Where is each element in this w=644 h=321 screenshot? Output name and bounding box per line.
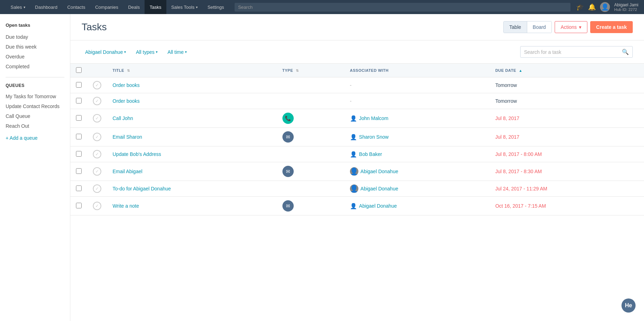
row-select-checkbox[interactable] [76,151,82,157]
task-title-link[interactable]: Call John [113,115,133,121]
complete-check-cell[interactable]: ✓ [87,109,107,128]
task-title-cell: Call John [107,109,277,128]
task-title-link[interactable]: Update Bob's Address [113,151,161,157]
task-complete-button[interactable]: ✓ [93,167,101,176]
row-select-checkbox[interactable] [76,98,82,103]
complete-check-cell[interactable]: ✓ [87,162,107,181]
task-type-email-icon: ✉ [282,131,294,143]
task-complete-button[interactable]: ✓ [93,133,101,141]
associated-link[interactable]: 👤Bob Baker [350,151,484,158]
table-row: ✓Call John📞👤John MalcomJul 8, 2017 [70,109,644,128]
select-all-header[interactable] [70,64,87,77]
row-select-checkbox[interactable] [76,168,82,174]
nav-companies[interactable]: Companies [90,0,123,14]
task-complete-button[interactable]: ✓ [93,202,101,210]
nav-right-section: 🎓 🔔 👤 Abigael Jami Hub ID: 2272 [576,2,638,12]
create-task-button[interactable]: Create a task [590,21,633,33]
associated-link[interactable]: 👤Abigael Donahue [350,167,484,176]
actions-button[interactable]: Actions ▾ [555,21,587,33]
complete-check-cell[interactable]: ✓ [87,146,107,162]
task-title-link[interactable]: Order books [113,82,140,88]
task-due-date-cell: Jul 24, 2017 - 11:29 AM [490,181,644,197]
task-search-input[interactable] [524,49,622,55]
associated-link[interactable]: 👤Abigael Donahue [350,184,484,193]
associated-name[interactable]: Abigael Donahue [359,203,397,209]
task-title-link[interactable]: Email Sharon [113,134,142,140]
task-title-link[interactable]: Order books [113,98,140,104]
type-filter[interactable]: All types ▾ [132,47,161,57]
task-complete-button[interactable]: ✓ [93,114,101,122]
nav-sales-tools[interactable]: Sales Tools ▾ [166,0,203,14]
complete-check-cell[interactable]: ✓ [87,181,107,197]
nav-contacts[interactable]: Contacts [62,0,90,14]
associated-link[interactable]: 👤Sharon Snow [350,134,484,140]
avatar[interactable]: 👤 [600,2,610,12]
sidebar-item-completed[interactable]: Completed [6,62,64,71]
nav-tasks[interactable]: Tasks [145,0,166,14]
sidebar-item-overdue[interactable]: Overdue [6,52,64,62]
global-search[interactable] [235,3,570,12]
search-input[interactable] [235,3,570,12]
sidebar-item-due-week[interactable]: Due this week [6,42,64,52]
associated-name[interactable]: John Malcom [359,115,388,121]
task-title-link[interactable]: Write a note [113,203,139,209]
sidebar-item-queue-2[interactable]: Update Contact Records [6,101,64,111]
task-title-link[interactable]: Email Abigael [113,169,142,174]
filters-bar: Abigael Donahue ▾ All types ▾ All time ▾… [70,40,644,63]
row-select-checkbox[interactable] [76,203,82,208]
graduation-icon[interactable]: 🎓 [576,3,584,11]
table-row: ✓To-do for Abigael Donahue👤Abigael Donah… [70,181,644,197]
nav-deals[interactable]: Deals [123,0,145,14]
time-filter[interactable]: All time ▾ [164,47,190,57]
bell-icon[interactable]: 🔔 [588,3,596,11]
task-complete-button[interactable]: ✓ [93,150,101,158]
associated-link[interactable]: 👤Abigael Donahue [350,203,484,209]
nav-settings[interactable]: Settings [203,0,229,14]
task-complete-button[interactable]: ✓ [93,184,101,193]
search-icon[interactable]: 🔍 [622,49,629,55]
task-due-date-cell: Tomorrow [490,77,644,93]
associated-avatar: 👤 [350,184,358,193]
nav-dashboard[interactable]: Dashboard [30,0,63,14]
table-row: ✓Write a note✉👤Abigael DonahueOct 16, 20… [70,197,644,215]
sidebar-item-queue-3[interactable]: Call Queue [6,111,64,121]
associated-name[interactable]: Bob Baker [359,151,382,157]
row-select-checkbox[interactable] [76,115,82,121]
complete-check-cell[interactable]: ✓ [87,77,107,93]
task-search-box[interactable]: 🔍 [520,46,633,58]
associated-name[interactable]: Abigael Donahue [361,169,398,174]
sidebar-item-queue-1[interactable]: My Tasks for Tomorrow [6,92,64,101]
board-view-button[interactable]: Board [527,21,551,33]
due-date-header[interactable]: DUE DATE ▲ [490,64,644,77]
task-due-date-cell: Tomorrow [490,93,644,109]
task-complete-button[interactable]: ✓ [93,97,101,105]
title-header[interactable]: TITLE ⇅ [107,64,277,77]
associated-name[interactable]: Sharon Snow [359,134,389,140]
select-all-checkbox[interactable] [76,67,82,73]
sidebar-item-due-today[interactable]: Due today [6,32,64,42]
task-associated-cell: 👤Bob Baker [344,146,490,162]
associated-link[interactable]: 👤John Malcom [350,115,484,122]
complete-check-cell[interactable]: ✓ [87,93,107,109]
task-due-date-cell: Jul 8, 2017 - 8:00 AM [490,146,644,162]
assignee-filter[interactable]: Abigael Donahue ▾ [82,47,129,57]
task-due-date: Tomorrow [495,98,517,104]
complete-check-cell[interactable]: ✓ [87,197,107,215]
task-title-link[interactable]: To-do for Abigael Donahue [113,186,171,191]
task-title-cell: Email Sharon [107,128,277,146]
associated-name[interactable]: Abigael Donahue [361,186,398,191]
complete-check-cell[interactable]: ✓ [87,128,107,146]
row-select-checkbox[interactable] [76,134,82,139]
no-association: - [350,82,352,88]
task-complete-button[interactable]: ✓ [93,81,101,89]
type-header[interactable]: TYPE ⇅ [277,64,344,77]
row-checkbox-cell [70,77,87,93]
row-select-checkbox[interactable] [76,82,82,88]
table-view-button[interactable]: Table [504,21,527,33]
add-queue-button[interactable]: + Add a queue [6,135,64,141]
row-select-checkbox[interactable] [76,185,82,191]
help-button[interactable]: He [621,298,636,313]
task-type-email-icon: ✉ [282,200,294,212]
sidebar-item-queue-4[interactable]: Reach Out [6,121,64,131]
nav-sales[interactable]: Sales ▾ [6,0,30,14]
